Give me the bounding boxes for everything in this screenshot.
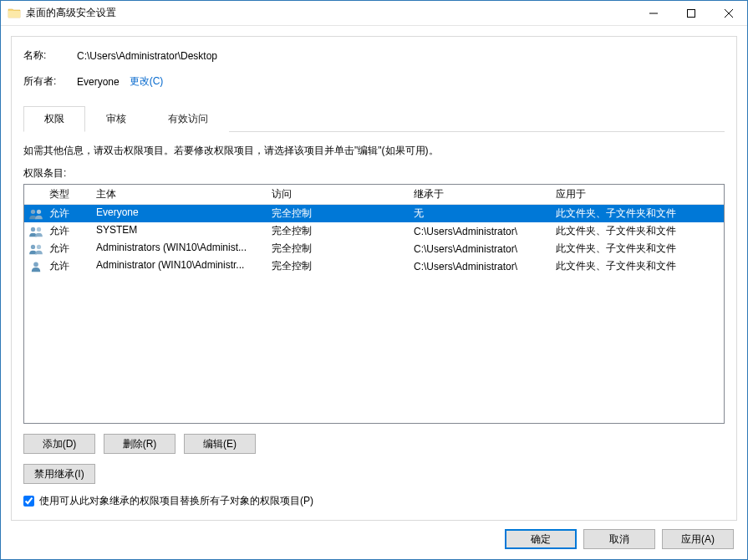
cell-applies: 此文件夹、子文件夹和文件 — [554, 224, 724, 238]
cell-principal: Administrator (WIN10\Administr... — [94, 259, 270, 273]
cell-access: 完全控制 — [270, 206, 412, 221]
cell-principal: Everyone — [94, 206, 270, 221]
cell-inherited: C:\Users\Administrator\ — [412, 261, 554, 272]
window-title: 桌面的高级安全设置 — [26, 6, 634, 20]
cell-applies: 此文件夹、子文件夹和文件 — [554, 259, 724, 273]
tab-permissions[interactable]: 权限 — [23, 106, 85, 132]
minimize-button[interactable] — [634, 1, 672, 25]
name-row: 名称: C:\Users\Administrator\Desktop — [23, 48, 725, 63]
cell-inherited: 无 — [412, 206, 554, 221]
svg-point-8 — [31, 244, 35, 248]
col-inherited[interactable]: 继承于 — [412, 187, 554, 201]
table-row[interactable]: 允许SYSTEM完全控制C:\Users\Administrator\此文件夹、… — [24, 222, 724, 240]
edit-button[interactable]: 编辑(E) — [184, 434, 256, 454]
owner-value: Everyone — [77, 76, 120, 88]
replace-children-checkbox[interactable] — [23, 496, 34, 507]
users-icon — [24, 208, 48, 220]
replace-children-label[interactable]: 使用可从此对象继承的权限项目替换所有子对象的权限项目(P) — [39, 494, 313, 508]
content-area: 名称: C:\Users\Administrator\Desktop 所有者: … — [1, 26, 747, 559]
titlebar: 桌面的高级安全设置 — [1, 1, 747, 26]
cell-inherited: C:\Users\Administrator\ — [412, 226, 554, 237]
cell-type: 允许 — [48, 224, 94, 238]
col-applies[interactable]: 应用于 — [554, 187, 724, 201]
cell-type: 允许 — [48, 259, 94, 273]
list-buttons: 添加(D) 删除(R) 编辑(E) — [23, 434, 725, 454]
users-icon — [24, 226, 48, 237]
tab-auditing[interactable]: 审核 — [85, 106, 147, 132]
table-row[interactable]: 允许Administrators (WIN10\Administ...完全控制C… — [24, 240, 724, 257]
window-controls — [634, 1, 747, 25]
svg-point-7 — [37, 227, 41, 231]
cell-principal: Administrators (WIN10\Administ... — [94, 242, 270, 256]
name-label: 名称: — [23, 48, 77, 63]
list-body: 允许Everyone完全控制无此文件夹、子文件夹和文件允许SYSTEM完全控制C… — [24, 205, 724, 275]
add-button[interactable]: 添加(D) — [23, 434, 95, 454]
svg-point-5 — [37, 209, 41, 213]
users-icon — [24, 243, 48, 255]
close-button[interactable] — [710, 1, 747, 25]
cell-inherited: C:\Users\Administrator\ — [412, 243, 554, 255]
ok-button[interactable]: 确定 — [505, 529, 577, 549]
svg-rect-1 — [687, 9, 695, 17]
cell-access: 完全控制 — [270, 242, 412, 256]
folder-icon — [8, 7, 21, 20]
cell-applies: 此文件夹、子文件夹和文件 — [554, 242, 724, 256]
instruction-text: 如需其他信息，请双击权限项目。若要修改权限项目，请选择该项目并单击"编辑"(如果… — [23, 144, 725, 158]
name-value: C:\Users\Administrator\Desktop — [77, 50, 217, 62]
svg-point-6 — [31, 227, 35, 231]
col-type[interactable]: 类型 — [48, 187, 94, 201]
owner-row: 所有者: Everyone 更改(C) — [23, 74, 725, 89]
cell-principal: SYSTEM — [94, 224, 270, 238]
main-panel: 名称: C:\Users\Administrator\Desktop 所有者: … — [11, 36, 737, 521]
cell-type: 允许 — [48, 206, 94, 221]
col-principal[interactable]: 主体 — [94, 187, 270, 201]
change-owner-link[interactable]: 更改(C) — [130, 74, 164, 89]
cell-type: 允许 — [48, 242, 94, 256]
replace-children-row: 使用可从此对象继承的权限项目替换所有子对象的权限项目(P) — [23, 494, 725, 508]
cancel-button[interactable]: 取消 — [583, 529, 655, 549]
owner-label: 所有者: — [23, 74, 77, 89]
list-header: 类型 主体 访问 继承于 应用于 — [24, 185, 724, 205]
maximize-button[interactable] — [672, 1, 710, 25]
permissions-list[interactable]: 类型 主体 访问 继承于 应用于 允许Everyone完全控制无此文件夹、子文件… — [23, 184, 725, 424]
remove-button[interactable]: 删除(R) — [104, 434, 176, 454]
dialog-buttons: 确定 取消 应用(A) — [11, 521, 737, 549]
table-row[interactable]: 允许Everyone完全控制无此文件夹、子文件夹和文件 — [24, 205, 724, 222]
svg-point-10 — [33, 262, 38, 267]
cell-access: 完全控制 — [270, 259, 412, 273]
tab-bar: 权限 审核 有效访问 — [23, 105, 725, 132]
cell-applies: 此文件夹、子文件夹和文件 — [554, 206, 724, 221]
cell-access: 完全控制 — [270, 224, 412, 238]
inherit-buttons: 禁用继承(I) — [23, 464, 725, 484]
svg-point-4 — [31, 209, 35, 213]
disable-inherit-button[interactable]: 禁用继承(I) — [23, 464, 95, 484]
table-row[interactable]: 允许Administrator (WIN10\Administr...完全控制C… — [24, 257, 724, 275]
tab-effective-access[interactable]: 有效访问 — [147, 106, 229, 132]
user-icon — [24, 261, 48, 272]
entries-label: 权限条目: — [23, 166, 725, 181]
col-access[interactable]: 访问 — [270, 187, 412, 201]
apply-button[interactable]: 应用(A) — [662, 529, 734, 549]
svg-point-9 — [37, 244, 41, 248]
